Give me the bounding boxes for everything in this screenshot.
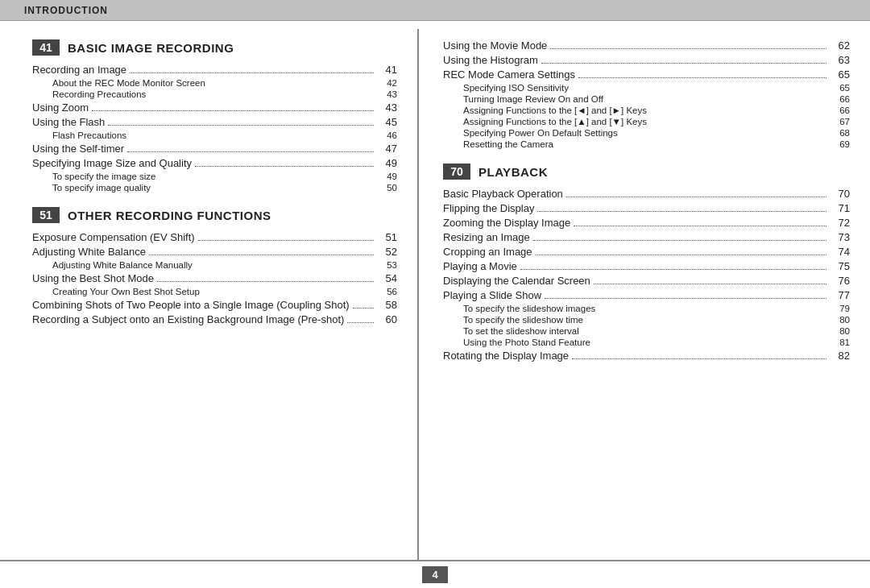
toc-entry: Rotating the Display Image 82	[443, 350, 850, 362]
section-70-title: Playback	[478, 165, 548, 179]
toc-sub-label: Specifying ISO Sensitivity	[463, 83, 830, 93]
section-70-entries: Basic Playback Operation 70 Flipping the…	[443, 188, 850, 362]
toc-sub-entry: Using the Photo Stand Feature 81	[463, 337, 850, 347]
toc-label: Cropping an Image	[443, 246, 830, 258]
toc-sub-label: Recording Precautions	[52, 89, 377, 99]
section-41-entries: Recording an Image 41 About the REC Mode…	[32, 64, 397, 193]
toc-entry: Using the Movie Mode 62	[443, 39, 850, 52]
toc-label: Exposure Compensation (EV Shift)	[32, 231, 377, 243]
toc-sub-label: About the REC Mode Monitor Screen	[52, 78, 377, 88]
toc-sub-label: Adjusting White Balance Manually	[52, 260, 377, 270]
toc-sub-label: Using the Photo Stand Feature	[463, 337, 830, 347]
toc-label: Resizing an Image	[443, 231, 830, 243]
section-70-number: 70	[443, 164, 470, 180]
toc-label: Basic Playback Operation	[443, 188, 830, 200]
toc-entry: Flipping the Display 71	[443, 202, 850, 214]
section-41-header: 41 Basic Image Recording	[32, 39, 397, 56]
header-bar: Introduction	[0, 0, 870, 21]
toc-sub-label: To specify the slideshow time	[463, 315, 830, 325]
toc-entry: Exposure Compensation (EV Shift) 51	[32, 231, 397, 243]
toc-entry: REC Mode Camera Settings 65	[443, 68, 850, 81]
main-content: 41 Basic Image Recording Recording an Im…	[0, 21, 870, 560]
toc-label: Flipping the Display	[443, 202, 830, 214]
toc-entry: Using the Self-timer 47	[32, 143, 397, 155]
section-41-title: Basic Image Recording	[68, 41, 234, 55]
toc-sub-label: Assigning Functions to the [▲] and [▼] K…	[463, 117, 830, 126]
section-41-number: 41	[32, 39, 60, 56]
header-label: Introduction	[24, 5, 108, 16]
toc-sub-entry: Flash Precautions 46	[52, 130, 397, 140]
toc-label: Displaying the Calendar Screen	[443, 275, 830, 287]
toc-sub-label: To specify the image size	[52, 172, 377, 181]
toc-label: Combining Shots of Two People into a Sin…	[32, 299, 377, 311]
toc-sub-entry: Assigning Functions to the [◄] and [►] K…	[463, 106, 850, 115]
left-column: 41 Basic Image Recording Recording an Im…	[0, 29, 419, 560]
section-51-title: Other Recording Functions	[68, 209, 271, 222]
toc-sub-label: Assigning Functions to the [◄] and [►] K…	[463, 106, 830, 115]
toc-sub-label: Resetting the Camera	[463, 139, 830, 149]
toc-sub-entry: Specifying ISO Sensitivity 65	[463, 83, 850, 93]
toc-sub-entry: Adjusting White Balance Manually 53	[52, 260, 397, 270]
toc-sub-entry: Turning Image Review On and Off 66	[463, 94, 850, 104]
toc-label: Playing a Slide Show	[443, 289, 830, 301]
toc-label: Using the Best Shot Mode	[32, 272, 377, 284]
toc-entry: Resizing an Image 73	[443, 231, 850, 243]
toc-entry: Using the Flash 45	[32, 116, 397, 128]
toc-entry: Combining Shots of Two People into a Sin…	[32, 299, 397, 311]
toc-label: Recording a Subject onto an Existing Bac…	[32, 313, 377, 325]
toc-sub-entry: Creating Your Own Best Shot Setup 56	[52, 287, 397, 296]
toc-entry: Using the Best Shot Mode 54	[32, 272, 397, 284]
toc-sub-entry: About the REC Mode Monitor Screen 42	[52, 78, 397, 88]
toc-entry: Displaying the Calendar Screen 76	[443, 275, 850, 287]
toc-entry: Playing a Movie 75	[443, 260, 850, 272]
toc-sub-entry: Resetting the Camera 69	[463, 139, 850, 149]
toc-entry: Cropping an Image 74	[443, 246, 850, 258]
toc-sub-entry: To set the slideshow interval 80	[463, 326, 850, 336]
toc-sub-entry: To specify image quality 50	[52, 183, 397, 193]
toc-label: Using the Self-timer	[32, 143, 377, 155]
toc-label: Recording an Image	[32, 64, 377, 76]
toc-entry: Using the Histogram 63	[443, 54, 850, 66]
toc-entry: Specifying Image Size and Quality 49	[32, 157, 397, 169]
toc-label: Using the Histogram	[443, 54, 830, 66]
toc-sub-label: Turning Image Review On and Off	[463, 94, 830, 104]
toc-sub-entry: Recording Precautions 43	[52, 89, 397, 99]
toc-label: Playing a Movie	[443, 260, 830, 272]
toc-label: Using the Movie Mode	[443, 39, 830, 52]
toc-label: Rotating the Display Image	[443, 350, 830, 362]
section-51-number: 51	[32, 207, 60, 223]
toc-entry: Zooming the Display Image 72	[443, 217, 850, 229]
section-70-header: 70 Playback	[443, 164, 850, 180]
toc-sub-entry: To specify the slideshow time 80	[463, 315, 850, 325]
toc-sub-label: To specify image quality	[52, 183, 377, 193]
toc-sub-label: Creating Your Own Best Shot Setup	[52, 287, 377, 296]
toc-sub-entry: Specifying Power On Default Settings 68	[463, 128, 850, 138]
toc-label: Specifying Image Size and Quality	[32, 157, 377, 169]
toc-sub-entry: To specify the image size 49	[52, 172, 397, 181]
page-wrapper: Introduction 41 Basic Image Recording Re…	[0, 0, 870, 588]
toc-entry: Using Zoom 43	[32, 101, 397, 114]
toc-entry: Playing a Slide Show 77	[443, 289, 850, 301]
toc-entry: Recording a Subject onto an Existing Bac…	[32, 313, 397, 325]
footer-page-number: 4	[422, 566, 447, 583]
toc-label: REC Mode Camera Settings	[443, 68, 830, 81]
toc-label: Adjusting White Balance	[32, 246, 377, 258]
section-51-entries: Exposure Compensation (EV Shift) 51 Adju…	[32, 231, 397, 325]
toc-label: Using the Flash	[32, 116, 377, 128]
toc-sub-entry: Assigning Functions to the [▲] and [▼] K…	[463, 117, 850, 126]
toc-entry: Basic Playback Operation 70	[443, 188, 850, 200]
toc-label: Zooming the Display Image	[443, 217, 830, 229]
toc-entry: Recording an Image 41	[32, 64, 397, 76]
right-column: Using the Movie Mode 62 Using the Histog…	[419, 29, 870, 560]
toc-sub-entry: To specify the slideshow images 79	[463, 304, 850, 313]
toc-sub-label: To set the slideshow interval	[463, 326, 830, 336]
right-top-entries: Using the Movie Mode 62 Using the Histog…	[443, 39, 850, 149]
toc-sub-label: Specifying Power On Default Settings	[463, 128, 830, 138]
toc-entry: Adjusting White Balance 52	[32, 246, 397, 258]
section-51-header: 51 Other Recording Functions	[32, 207, 397, 223]
toc-sub-label: To specify the slideshow images	[463, 304, 830, 313]
toc-label: Using Zoom	[32, 101, 377, 114]
footer: 4	[0, 560, 870, 588]
toc-sub-label: Flash Precautions	[52, 130, 377, 140]
